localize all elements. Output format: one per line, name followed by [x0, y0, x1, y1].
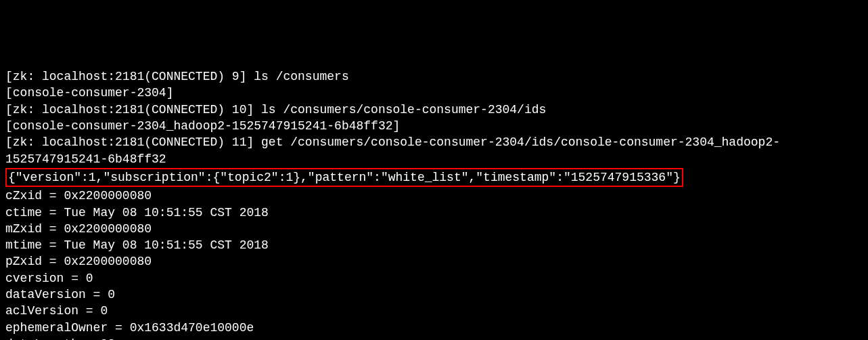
stat-dataversion: dataVersion = 0	[5, 286, 863, 303]
output-line: [console-consumer-2304]	[5, 85, 863, 101]
highlighted-json-output: {"version":1,"subscription":{"topic2":1}…	[5, 168, 683, 187]
stat-aclversion: aclVersion = 0	[5, 303, 863, 319]
stat-ctime: ctime = Tue May 08 10:51:55 CST 2018	[5, 205, 863, 221]
stat-cversion: cversion = 0	[5, 270, 863, 286]
stat-mzxid: mZxid = 0x2200000080	[5, 221, 863, 237]
stat-czxid: cZxid = 0x2200000080	[5, 188, 863, 204]
prompt-command-line: [zk: localhost:2181(CONNECTED) 11] get /…	[5, 134, 863, 167]
stat-pzxid: pZxid = 0x2200000080	[5, 253, 863, 270]
stat-ephemeralowner: ephemeralOwner = 0x1633d470e10000e	[5, 320, 863, 336]
prompt-command-line: [zk: localhost:2181(CONNECTED) 10] ls /c…	[5, 102, 863, 118]
stat-mtime: mtime = Tue May 08 10:51:55 CST 2018	[5, 237, 863, 253]
output-line: [console-consumer-2304_hadoop2-152574791…	[5, 118, 863, 134]
stat-datalength: dataLength = 92	[5, 336, 863, 340]
prompt-command-line: [zk: localhost:2181(CONNECTED) 9] ls /co…	[5, 68, 863, 85]
terminal-output[interactable]: [zk: localhost:2181(CONNECTED) 9] ls /co…	[5, 68, 863, 340]
